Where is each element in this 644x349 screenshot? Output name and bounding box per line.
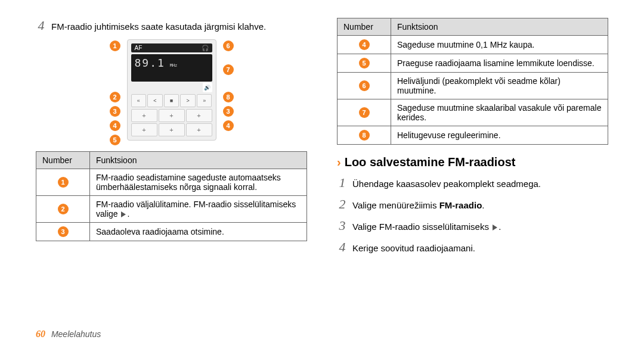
step-4b: 4 Kerige soovitud raadiojaamani. [337, 239, 608, 255]
manual-page: 4 FM-raadio juhtimiseks saate kasutada j… [0, 0, 644, 349]
step-4: 4 FM-raadio juhtimiseks saate kasutada j… [36, 18, 307, 33]
preset-slot: + [131, 123, 157, 136]
col-header-function: Funktsioon [391, 18, 608, 36]
row-number-badge: 6 [359, 80, 370, 91]
step-text: Valige FM-raadio sisselülitamiseks . [352, 221, 608, 233]
row-function: FM-raadio seadistamine sageduste automaa… [90, 169, 307, 196]
callout-3-right: 3 [223, 106, 234, 117]
callout-1: 1 [110, 40, 120, 51]
callout-8: 8 [223, 92, 234, 102]
radio-top-bar: AF 🎧 [131, 43, 212, 52]
page-number: 60 [36, 329, 45, 339]
function-table-left: Number Funktsioon 1 FM-raadio seadistami… [36, 151, 307, 241]
section-name: Meelelahutus [51, 329, 101, 339]
seek-prev-button: < [147, 94, 163, 107]
mhz-label: MHz [170, 63, 178, 68]
step-3: 3 Valige FM-raadio sisselülitamiseks . [337, 218, 608, 233]
callout-2: 2 [110, 92, 120, 102]
table-row: 3 Saadaoleva raadiojaama otsimine. [36, 223, 307, 241]
radio-frequency: 89.1 [135, 57, 165, 69]
row-function: Praeguse raadiojaama lisamine lemmikute … [391, 54, 608, 73]
section-title: Loo salvestamine FM-raadiost [345, 155, 516, 169]
row-number-badge: 2 [58, 204, 69, 214]
radio-display: 89.1 MHz [131, 54, 212, 82]
callout-6: 6 [223, 40, 234, 51]
step-text: FM-raadio juhtimiseks saate kasutada jär… [51, 21, 307, 33]
function-table-right: Number Funktsioon 4 Sageduse muutmine 0,… [337, 18, 608, 145]
section-heading: › Loo salvestamine FM-raadiost [337, 155, 608, 169]
step-text: Kerige soovitud raadiojaamani. [352, 242, 608, 254]
callout-5: 5 [110, 135, 120, 145]
radio-illustration: 1 2 3 4 5 6 7 8 3 4 AF 🎧 89.1 [112, 39, 231, 141]
chevron-right-icon: › [337, 155, 341, 169]
radio-presets: + + + + + + [131, 109, 212, 136]
callout-3-left: 3 [110, 106, 120, 117]
row-number-badge: 8 [359, 130, 370, 141]
af-label: AF [135, 45, 143, 51]
step-2: 2 Valige menüürežiimis FM-raadio. [337, 197, 608, 212]
col-header-number: Number [338, 18, 391, 36]
table-row: 1 FM-raadio seadistamine sageduste autom… [36, 169, 307, 196]
row-function: Sageduse muutmine skaalaribal vasakule v… [391, 99, 608, 126]
step-number: 4 [36, 18, 47, 33]
row-function: Heliväljundi (peakomplekt või seadme kõl… [391, 73, 608, 99]
table-row: 8 Helitugevuse reguleerimine. [338, 126, 608, 145]
stop-button: ■ [164, 94, 179, 107]
col-header-number: Number [36, 152, 90, 169]
seek-prev-far-button: « [131, 94, 147, 107]
preset-slot: + [186, 123, 212, 136]
play-icon [493, 225, 497, 230]
preset-slot: + [159, 109, 185, 122]
table-row: 2 FM-raadio väljalülitamine. FM-raadio s… [36, 196, 307, 223]
step-1: 1 Ühendage kaasasolev peakomplekt seadme… [337, 175, 608, 191]
callout-7: 7 [223, 64, 234, 75]
table-row: 7 Sageduse muutmine skaalaribal vasakule… [338, 99, 608, 126]
row-function: FM-raadio väljalülitamine. FM-raadio sis… [90, 196, 307, 223]
preset-slot: + [186, 109, 212, 122]
two-column-layout: 4 FM-raadio juhtimiseks saate kasutada j… [36, 18, 608, 261]
step-text: Valige menüürežiimis FM-raadio. [352, 200, 608, 211]
step-number: 3 [337, 218, 348, 233]
play-icon [121, 211, 126, 217]
row-function: Saadaoleva raadiojaama otsimine. [90, 223, 307, 241]
row-function: Sageduse muutmine 0,1 MHz kaupa. [391, 36, 608, 54]
radio-volume-row: 🔊 [131, 83, 212, 92]
seek-next-far-button: » [197, 94, 212, 107]
radio-device: AF 🎧 89.1 MHz 🔊 « < ■ > [127, 39, 216, 141]
row-number-badge: 1 [58, 177, 69, 188]
volume-icon: 🔊 [203, 83, 212, 92]
row-number-badge: 5 [359, 58, 370, 68]
table-row: 6 Heliväljundi (peakomplekt või seadme k… [338, 73, 608, 99]
step-number: 2 [337, 197, 348, 212]
preset-slot: + [131, 109, 157, 122]
seek-next-button: > [180, 94, 196, 107]
table-row: 5 Praeguse raadiojaama lisamine lemmikut… [338, 54, 608, 73]
row-number-badge: 7 [359, 107, 370, 118]
preset-slot: + [159, 123, 185, 136]
page-footer: 60 Meelelahutus [36, 329, 101, 339]
headphone-icon: 🎧 [202, 45, 209, 51]
row-number-badge: 3 [58, 226, 69, 237]
right-column: Number Funktsioon 4 Sageduse muutmine 0,… [337, 18, 608, 261]
row-function: Helitugevuse reguleerimine. [391, 126, 608, 145]
row-number-badge: 4 [359, 39, 370, 50]
callout-4-left: 4 [110, 120, 120, 131]
step-number: 4 [337, 239, 348, 255]
step-number: 1 [337, 175, 348, 191]
radio-controls: « < ■ > » [131, 94, 212, 107]
col-header-function: Funktsioon [90, 152, 307, 169]
step-text: Ühendage kaasasolev peakomplekt seadmega… [352, 178, 608, 190]
callout-4-right: 4 [223, 120, 234, 131]
left-column: 4 FM-raadio juhtimiseks saate kasutada j… [36, 18, 307, 261]
table-row: 4 Sageduse muutmine 0,1 MHz kaupa. [338, 36, 608, 54]
